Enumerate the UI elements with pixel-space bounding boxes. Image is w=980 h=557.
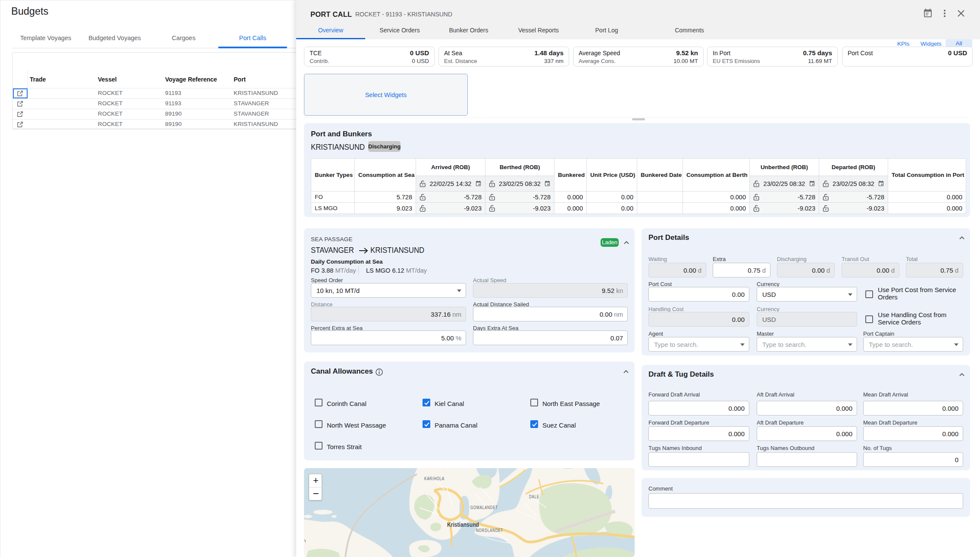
svg-text:NORDLANDET: NORDLANDET [476,528,503,533]
svg-text:KARIHOLA: KARIHOLA [424,476,445,481]
svg-text:Kristiansund: Kristiansund [447,521,479,528]
svg-text:n: n [304,538,306,543]
svg-text:DALE: DALE [529,494,539,499]
svg-text:GOMALANDET: GOMALANDET [470,505,498,510]
